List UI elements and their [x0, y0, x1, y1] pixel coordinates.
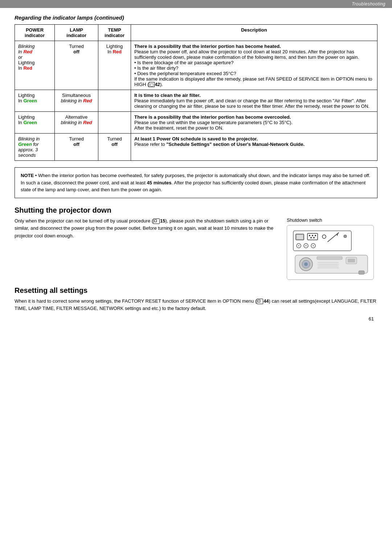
note-box: NOTE • When the interior portion has bec…	[15, 167, 377, 198]
row1-temp: LightingIn Red	[98, 41, 131, 90]
header-power: POWERindicator	[15, 25, 55, 41]
row4-lamp: Turnedoff	[55, 134, 98, 161]
svg-point-4	[309, 235, 310, 236]
row3-lamp: Alternativeblinking in Red	[55, 112, 98, 134]
page-number: 61	[15, 316, 377, 322]
shutting-body: Only when the projector can not be turne…	[15, 217, 377, 280]
row1-lamp: Turnedoff	[55, 41, 98, 90]
shutdown-switch-label: Shutdown switch	[283, 217, 377, 223]
resetting-text-before: When it is hard to correct some wrong se…	[15, 298, 257, 304]
indicator-table: POWERindicator LAMPindicator TEMPindicat…	[15, 24, 377, 161]
svg-point-9	[322, 235, 326, 238]
shutdown-switch-svg	[291, 229, 371, 276]
svg-point-6	[315, 235, 316, 236]
svg-rect-3	[307, 233, 318, 240]
top-bar: Troubleshooting	[0, 0, 392, 8]
row2-temp	[98, 90, 131, 112]
row2-desc: It is time to clean the air filter. Plea…	[131, 90, 377, 112]
note-text: • When the interior portion has become o…	[21, 173, 370, 192]
row3-temp	[98, 112, 131, 134]
svg-point-18	[313, 245, 314, 246]
header-lamp: LAMPindicator	[55, 25, 98, 41]
row4-desc: At least 1 Power ON schedule is saved to…	[131, 134, 377, 161]
resetting-title: Resetting all settings	[15, 286, 377, 295]
shutting-section: Shutting the projector down Only when th…	[15, 206, 377, 280]
table-row: BlinkingIn Red or LightingIn Red Turnedo…	[15, 41, 377, 90]
svg-point-14	[298, 245, 299, 246]
row1-power: BlinkingIn Red or LightingIn Red	[15, 41, 55, 90]
row4-power: Blinking inGreen forapprox. 3seconds	[15, 134, 55, 161]
svg-rect-25	[348, 259, 355, 262]
row3-desc: There is a possibility that the interior…	[131, 112, 377, 134]
svg-rect-2	[297, 235, 303, 239]
resetting-text: When it is hard to correct some wrong se…	[15, 298, 377, 313]
row1-desc: There is a possibility that the interior…	[131, 41, 377, 90]
shutdown-img-box	[287, 225, 374, 280]
row3-power: LightingIn Green	[15, 112, 55, 134]
row2-power: LightingIn Green	[15, 90, 55, 112]
note-label: NOTE	[21, 173, 34, 178]
table-row: LightingIn Green Alternativeblinking in …	[15, 112, 377, 134]
shutting-text: Only when the projector can not be turne…	[15, 217, 276, 240]
svg-point-5	[312, 235, 313, 236]
svg-point-16	[305, 245, 307, 246]
svg-rect-30	[359, 271, 364, 274]
shutdown-image-area: Shutdown switch	[283, 217, 377, 280]
svg-point-12	[344, 235, 347, 238]
table-row: Blinking inGreen forapprox. 3seconds Tur…	[15, 134, 377, 161]
svg-point-7	[310, 237, 312, 238]
svg-point-8	[313, 237, 315, 238]
section-title: Regarding the indicator lamps (continued…	[15, 15, 377, 21]
svg-rect-23	[317, 257, 342, 259]
resetting-section: Resetting all settings When it is hard t…	[15, 286, 377, 313]
row2-lamp: Simultaneousblinking in Red	[55, 90, 98, 112]
top-bar-label: Troubleshooting	[352, 1, 385, 7]
row4-temp: Turnedoff	[98, 134, 131, 161]
shutting-title: Shutting the projector down	[15, 206, 377, 214]
svg-point-22	[304, 262, 308, 266]
header-temp: TEMPindicator	[98, 25, 131, 41]
table-row: LightingIn Green Simultaneousblinking in…	[15, 90, 377, 112]
shutting-text-before: Only when the projector can not be turne…	[15, 218, 153, 224]
header-desc: Description	[131, 25, 377, 41]
